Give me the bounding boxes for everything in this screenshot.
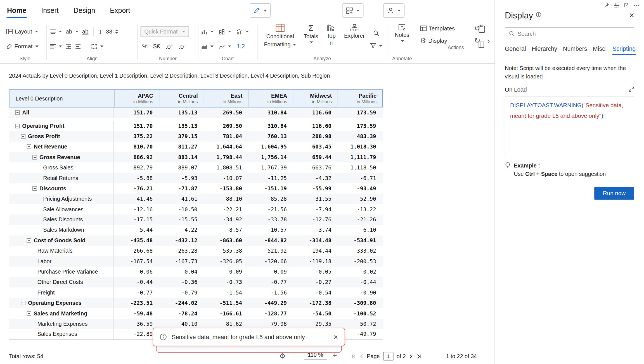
column-header-pacific[interactable]: Pacificin Millions [338, 90, 382, 107]
first-page-icon[interactable] [352, 354, 357, 359]
expand-editor-icon[interactable] [629, 87, 634, 92]
column-header-apac[interactable]: APACin Millions [114, 90, 159, 107]
close-panel-icon[interactable]: × [629, 11, 634, 19]
column-header-central[interactable]: Centralin Millions [159, 90, 203, 107]
run-now-button[interactable]: Run now [594, 187, 634, 200]
last-page-icon[interactable] [416, 354, 421, 359]
collapse-icon[interactable]: − [15, 111, 20, 115]
table-row-operating-profit[interactable]: −Operating Profit151.70135.13269.50310.8… [9, 121, 383, 131]
zoom-settings-gear-icon[interactable]: ⚙ [279, 352, 285, 361]
table-row-operating-expenses[interactable]: −Operating Expenses-223.51-244.02-511.54… [9, 298, 383, 308]
text-align-dropdown[interactable] [50, 29, 62, 34]
edit-mode-button[interactable] [250, 3, 271, 18]
table-row-sales-markdown[interactable]: Sales Markdown-5.44-4.22-8.57-10.57-3.74… [9, 225, 383, 235]
more-options-icon[interactable]: ⋯ [633, 2, 640, 9]
ribbon-expand-chevron[interactable]: › [487, 36, 490, 46]
panel-tab-misc[interactable]: Misc. [593, 46, 607, 55]
search-box[interactable] [505, 27, 634, 39]
panel-tab-hierarchy[interactable]: Hierarchy [532, 46, 557, 55]
bar-chart-dropdown[interactable] [201, 29, 214, 34]
border-dropdown[interactable] [91, 44, 103, 49]
tab-insert[interactable]: Insert [41, 5, 59, 16]
number-format-1-2-button[interactable]: 1.2 [236, 43, 245, 50]
decrease-decimal-button[interactable]: .0- [179, 43, 185, 50]
collapse-icon[interactable]: − [21, 134, 25, 138]
conditional-formatting-button[interactable]: Conditional Formatting [260, 21, 300, 55]
indent-increase-button[interactable] [75, 44, 81, 49]
table-row-net-revenue[interactable]: −Net Revenue810.70811.271,644.641,604.95… [9, 142, 383, 152]
filter-list-icon[interactable] [614, 3, 619, 8]
currency-format-button[interactable]: $€ [153, 43, 160, 50]
filter-dropdown[interactable] [370, 43, 382, 49]
line-chart-dropdown[interactable] [219, 44, 231, 49]
percent-format-button[interactable]: % [142, 43, 148, 50]
collapse-icon[interactable]: − [27, 145, 31, 149]
collapse-icon[interactable]: − [15, 124, 20, 128]
table-row-sales-and-marketing[interactable]: −Sales and Marketing-59.48-78.24-166.61-… [9, 308, 383, 318]
top-n-button[interactable]: Top n [322, 21, 340, 55]
account-button[interactable] [383, 3, 404, 18]
templates-button[interactable]: Templates [420, 25, 466, 32]
font-size-stepper[interactable]: 33 [106, 28, 119, 35]
column-header-emea[interactable]: EMEAin Millions [248, 90, 293, 107]
code-editor[interactable]: DISPLAYTOAST.WARNING("Sensitive data, me… [505, 96, 634, 156]
collapse-icon[interactable]: − [32, 186, 37, 191]
horizontal-align-dropdown[interactable] [50, 44, 62, 49]
search-input[interactable] [517, 30, 630, 37]
popout-icon[interactable] [624, 3, 629, 8]
page-input[interactable] [383, 352, 393, 361]
format-dropdown[interactable]: Format [6, 40, 44, 52]
tab-design[interactable]: Design [73, 5, 96, 16]
zoom-level[interactable]: 110 % [304, 352, 327, 360]
layout-dropdown[interactable]: Layout [6, 26, 44, 37]
toast-close-icon[interactable]: × [333, 333, 338, 341]
panel-tab-general[interactable]: General [505, 46, 526, 55]
quick-format-select[interactable]: Quick Format [141, 26, 189, 37]
pin-icon[interactable] [604, 3, 609, 8]
panel-tab-scripting[interactable]: Scripting [612, 46, 636, 55]
table-row-gross-revenue[interactable]: −Gross Revenue886.92883.141,798.441,756.… [9, 152, 383, 162]
table-row-gross-sales[interactable]: Gross Sales892.79889.071,808.511,767.396… [9, 162, 383, 173]
combo-chart-dropdown[interactable] [236, 29, 249, 34]
table-row-purchase-price-variance[interactable]: Purchase Price Variance-0.060.040.090.09… [9, 267, 383, 277]
panel-tab-numbers[interactable]: Numbers [563, 46, 587, 55]
area-chart-dropdown[interactable] [201, 44, 214, 49]
totals-button[interactable]: Σ Totals [300, 21, 322, 55]
previous-page-icon[interactable] [360, 354, 363, 359]
table-row-other-direct-costs[interactable]: Other Direct Costs-0.44-0.36-0.73-0.77-0… [9, 277, 383, 287]
collapse-icon[interactable]: − [21, 301, 25, 305]
table-row-all[interactable]: −All151.70135.13269.50310.84116.60173.59 [9, 107, 383, 118]
table-row-sales-discounts[interactable]: Sales Discounts-17.15-15.55-34.92-33.78-… [9, 214, 383, 225]
column-header-east[interactable]: Eastin Millions [203, 90, 248, 107]
add-visual-button[interactable] [342, 3, 363, 18]
table-row-labor[interactable]: Labor-167.54-167.73-326.05-320.66-119.18… [9, 256, 383, 267]
table-row-freight[interactable]: Freight-0.77-0.79-1.54-1.56-0.54-0.90 [9, 288, 383, 298]
collapse-icon[interactable]: − [32, 155, 37, 159]
next-page-icon[interactable] [409, 354, 413, 359]
table-row-gross-profit[interactable]: −Gross Profit375.22379.15781.04760.13288… [9, 131, 383, 142]
table-row-retail-returns[interactable]: Retail Returns-5.88-5.93-10.07-11.25-4.3… [9, 173, 383, 183]
table-row-discounts[interactable]: −Discounts-76.21-71.87-153.80-151.19-55.… [9, 183, 383, 193]
row-header-cell[interactable]: Level 0 Description [10, 90, 114, 107]
column-header-midwest[interactable]: Midwestin Millions [293, 90, 338, 107]
tab-home[interactable]: Home [7, 5, 27, 16]
table-row-raw-materials[interactable]: Raw Materials-266.68-263.28-535.38-521.9… [9, 246, 383, 256]
table-row-sale-allowances[interactable]: Sale Allowances-12.16-10.50-22.21-21.56-… [9, 204, 383, 214]
text-wrap-button[interactable]: ab [82, 28, 88, 35]
book-icon[interactable] [478, 41, 485, 48]
tab-export[interactable]: Export [110, 5, 131, 16]
search-icon[interactable] [373, 30, 380, 37]
table-row-pricing-adjustments[interactable]: Pricing Adjustments-41.46-41.61-88.10-85… [9, 194, 383, 204]
explorer-button[interactable]: Explorer [340, 21, 368, 55]
display-button[interactable]: ⚙Display [420, 37, 466, 44]
table-row-cost-of-goods-sold[interactable]: −Cost of Goods Sold-435.48-432.12-863.60… [9, 235, 383, 246]
text-case-dropdown[interactable]: ab [66, 28, 78, 35]
stacked-chart-dropdown[interactable] [219, 29, 231, 34]
stepper-arrows-icon[interactable] [115, 30, 119, 34]
indent-decrease-button[interactable] [66, 44, 72, 49]
collapse-icon[interactable]: − [27, 238, 31, 243]
increase-decimal-button[interactable]: .0+ [166, 43, 173, 50]
notes-button[interactable]: Notes [391, 21, 413, 55]
clipboard-icon[interactable] [478, 25, 485, 33]
collapse-icon[interactable]: − [27, 311, 31, 316]
